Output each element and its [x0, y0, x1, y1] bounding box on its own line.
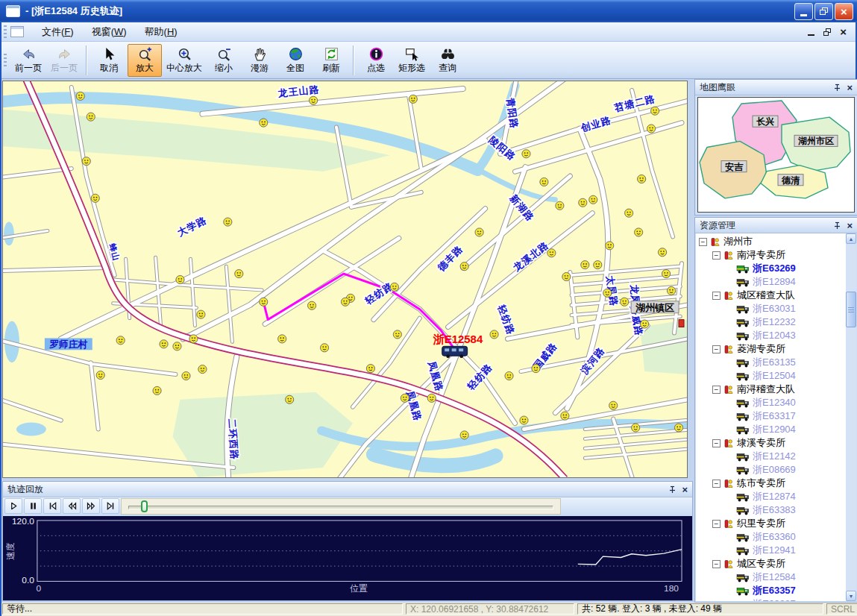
vehicle-smiley-marker[interactable]	[625, 209, 633, 217]
tree-item-vehicle[interactable]: 浙E12904	[697, 423, 844, 436]
rewind-button[interactable]	[63, 498, 81, 514]
toolbar-button-center-zoom[interactable]: 中心放大	[163, 44, 205, 77]
scroll-up-icon[interactable]: ▲	[846, 233, 856, 244]
vehicle-smiley-marker[interactable]	[562, 272, 571, 280]
vehicle-smiley-marker[interactable]	[341, 298, 349, 306]
vehicle-smiley-marker[interactable]	[662, 269, 670, 277]
toolbar-button-cancel-cursor[interactable]: 取消	[92, 44, 126, 77]
vehicle-smiley-marker[interactable]	[561, 412, 569, 420]
vehicle-smiley-marker[interactable]	[224, 218, 232, 226]
vehicle-smiley-marker[interactable]	[522, 150, 530, 158]
vehicle-smiley-marker[interactable]	[366, 365, 374, 373]
tree-item-group[interactable]: −城区稽查大队	[697, 289, 844, 302]
toolbar-button-prev-page[interactable]: 前一页	[11, 44, 45, 77]
toolbar-button-query-binoculars[interactable]: 查询	[430, 44, 465, 77]
vehicle-smiley-marker[interactable]	[427, 394, 436, 402]
step-back-button[interactable]	[43, 498, 61, 514]
vehicle-smiley-marker[interactable]	[540, 177, 548, 186]
restore-button[interactable]	[814, 3, 833, 20]
collapse-toggle-icon[interactable]: −	[712, 345, 721, 353]
vehicle-smiley-marker[interactable]	[651, 107, 659, 115]
vehicle-smiley-marker[interactable]	[160, 340, 168, 348]
vehicle-smiley-marker[interactable]	[390, 283, 398, 291]
vehicle-smiley-marker[interactable]	[96, 371, 104, 379]
vehicle-smiley-marker[interactable]	[632, 424, 640, 432]
vehicle-smiley-marker[interactable]	[182, 371, 190, 380]
vehicle-smiley-marker[interactable]	[260, 298, 268, 306]
menu-item-1[interactable]: 视窗(W)	[83, 22, 136, 42]
toolbar-button-zoom-out[interactable]: 缩小	[207, 44, 241, 77]
vehicle-smiley-marker[interactable]	[520, 416, 528, 424]
close-button[interactable]: ×	[835, 3, 853, 20]
vehicle-smiley-marker[interactable]	[490, 330, 498, 339]
vehicle-smiley-marker[interactable]	[308, 301, 316, 309]
vehicle-smiley-marker[interactable]	[393, 330, 401, 339]
vehicle-smiley-marker[interactable]	[594, 261, 602, 269]
vehicle-smiley-marker[interactable]	[153, 386, 161, 395]
vehicle-smiley-marker[interactable]	[278, 335, 286, 343]
vehicle-smiley-marker[interactable]	[635, 228, 643, 236]
collapse-toggle-icon[interactable]: −	[712, 292, 721, 300]
menu-item-0[interactable]: 文件(F)	[33, 22, 83, 42]
child-minimize-icon[interactable]	[808, 34, 814, 36]
close-panel-icon[interactable]: ×	[847, 84, 853, 92]
tree-item-group[interactable]: −南浔专卖所	[697, 248, 844, 262]
tree-item-vehicle[interactable]: 浙E12941	[697, 544, 844, 557]
vehicle-smiley-marker[interactable]	[609, 401, 618, 409]
vehicle-smiley-marker[interactable]	[674, 424, 682, 432]
collapse-toggle-icon[interactable]: −	[712, 386, 721, 394]
tree-item-vehicle[interactable]: 浙E12874	[697, 490, 844, 503]
vehicle-smiley-marker[interactable]	[658, 248, 666, 257]
toolbar-button-refresh[interactable]: 刷新	[314, 44, 348, 77]
tree-item-vehicle[interactable]: 浙E12504	[697, 369, 844, 383]
toolbar-button-zoom-in[interactable]: 放大	[128, 44, 162, 77]
play-button[interactable]	[4, 498, 22, 514]
pause-button[interactable]	[24, 498, 42, 514]
vehicle-smiley-marker[interactable]	[401, 394, 409, 402]
vehicle-smiley-marker[interactable]	[505, 371, 513, 380]
slider-thumb[interactable]	[141, 500, 148, 512]
menu-item-2[interactable]: 帮助(H)	[136, 22, 186, 42]
toolbar-grip[interactable]	[4, 25, 7, 39]
overview-map[interactable]: 长兴 湖州市区 安吉 德清	[697, 97, 855, 213]
pin-icon[interactable]	[668, 485, 677, 494]
pin-icon[interactable]	[833, 84, 841, 92]
scroll-down-icon[interactable]: ▼	[846, 591, 856, 601]
tree-item-vehicle[interactable]: 浙E63031	[697, 302, 844, 315]
tree-item-vehicle[interactable]: 浙E63383	[697, 503, 844, 517]
playback-slider[interactable]	[121, 498, 561, 515]
toolbar-button-rect-select[interactable]: 矩形选	[395, 44, 429, 77]
step-end-button[interactable]	[101, 498, 119, 514]
tree-item-group[interactable]: −南浔稽查大队	[697, 383, 844, 396]
vehicle-smiley-marker[interactable]	[197, 310, 205, 318]
map-canvas[interactable]: 龙王山路青阳路苕塘二路创业路陵阳路新湖路大学路蜂山德丰路龙溪北路轻纺路轻纺路轻纺…	[2, 81, 688, 478]
tree-item-group[interactable]: −织里专卖所	[697, 517, 844, 530]
toolbar-button-pan-hand[interactable]: 漫游	[242, 44, 277, 77]
collapse-toggle-icon[interactable]: −	[712, 480, 721, 488]
tree-item-vehicle[interactable]: 浙E63360	[697, 530, 844, 544]
tree-item-group[interactable]: −练市专卖所	[697, 477, 844, 490]
close-panel-icon[interactable]: ×	[847, 221, 853, 230]
vehicle-smiley-marker[interactable]	[603, 289, 612, 297]
tree-item-vehicle[interactable]: 浙E12043	[697, 329, 844, 342]
vehicle-smiley-marker[interactable]	[91, 194, 99, 202]
tree-item-vehicle[interactable]: 浙E09387	[697, 597, 844, 601]
child-restore-icon[interactable]	[823, 28, 831, 36]
pin-icon[interactable]	[833, 221, 841, 230]
collapse-toggle-icon[interactable]: −	[699, 238, 707, 246]
tree-item-vehicle[interactable]: 浙E63357	[697, 584, 844, 597]
vehicle-smiley-marker[interactable]	[409, 95, 417, 103]
child-close-icon[interactable]: ×	[840, 28, 847, 36]
vehicle-smiley-marker[interactable]	[589, 195, 597, 204]
vehicle-smiley-marker[interactable]	[320, 344, 328, 352]
tree-item-vehicle[interactable]: 浙E12232	[697, 315, 844, 329]
fast-forward-button[interactable]	[82, 498, 100, 514]
vehicle-smiley-marker[interactable]	[547, 249, 556, 257]
tree-scrollbar[interactable]: ▲ ▼	[846, 233, 856, 601]
child-window-icon[interactable]	[10, 26, 24, 37]
scrollbar-thumb[interactable]	[846, 292, 856, 327]
vehicle-smiley-marker[interactable]	[647, 125, 656, 133]
collapse-toggle-icon[interactable]: −	[712, 439, 721, 447]
vehicle-smiley-marker[interactable]	[260, 119, 268, 127]
tree-item-vehicle[interactable]: 浙E08669	[697, 463, 844, 477]
